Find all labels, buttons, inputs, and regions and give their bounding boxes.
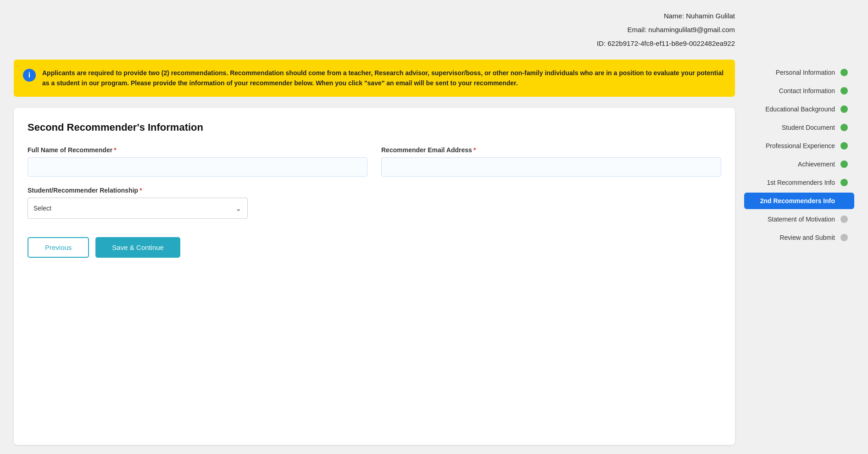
email-group: Recommender Email Address*: [381, 146, 721, 177]
full-name-label: Full Name of Recommender*: [28, 146, 367, 154]
sidebar-item-1st-recommenders[interactable]: 1st Recommenders Info: [744, 174, 854, 191]
sidebar-label-2nd-recommenders: 2nd Recommenders Info: [751, 197, 835, 205]
page-wrapper: Name: Nuhamin Gulilat Email: nuhaminguli…: [0, 0, 868, 454]
sidebar-label-contact-info: Contact Information: [751, 87, 835, 94]
recommender-email-label: Recommender Email Address*: [381, 146, 721, 154]
top-info: Name: Nuhamin Gulilat Email: nuhaminguli…: [14, 9, 735, 50]
sidebar-dot-contact-info: [840, 87, 848, 94]
relationship-group: Student/Recommender Relationship* Select…: [28, 187, 721, 219]
sidebar-item-student-document[interactable]: Student Document: [744, 119, 854, 136]
name-email-row: Full Name of Recommender* Recommender Em…: [28, 146, 721, 177]
sidebar-dot-personal-info: [840, 69, 848, 76]
sidebar-item-review-and-submit[interactable]: Review and Submit: [744, 229, 854, 246]
full-name-group: Full Name of Recommender*: [28, 146, 367, 177]
sidebar-item-personal-info[interactable]: Personal Information: [744, 64, 854, 81]
sidebar-label-1st-recommenders: 1st Recommenders Info: [751, 179, 835, 186]
sidebar-dot-professional-experience: [840, 142, 848, 149]
required-star-rel: *: [139, 187, 142, 194]
sidebar: Personal Information Contact Information…: [744, 9, 854, 445]
relationship-label: Student/Recommender Relationship*: [28, 187, 721, 194]
form-card: Second Recommender's Information Full Na…: [14, 108, 735, 445]
required-star-name: *: [114, 146, 116, 154]
required-star-email: *: [473, 146, 476, 154]
recommender-email-input[interactable]: [381, 157, 721, 177]
save-continue-button[interactable]: Save & Continue: [95, 237, 180, 258]
sidebar-dot-review-and-submit: [840, 234, 848, 241]
select-wrapper: Select Teacher Research Advisor Supervis…: [28, 198, 248, 219]
alert-text: Applicants are required to provide two (…: [42, 68, 726, 89]
full-name-input[interactable]: [28, 157, 367, 177]
sidebar-dot-student-document: [840, 124, 848, 131]
sidebar-dot-statement-of-motivation: [840, 216, 848, 223]
sidebar-item-statement-of-motivation[interactable]: Statement of Motivation: [744, 211, 854, 227]
sidebar-dot-2nd-recommenders: [840, 197, 848, 205]
user-name: Name: Nuhamin Gulilat: [14, 9, 735, 23]
sidebar-label-statement-of-motivation: Statement of Motivation: [751, 216, 835, 223]
form-actions: Previous Save & Continue: [28, 237, 721, 262]
sidebar-item-educational-background[interactable]: Educational Background: [744, 101, 854, 117]
sidebar-dot-educational-background: [840, 105, 848, 113]
sidebar-label-student-document: Student Document: [751, 124, 835, 131]
form-title: Second Recommender's Information: [28, 122, 721, 133]
sidebar-dot-achievement: [840, 161, 848, 168]
sidebar-label-educational-background: Educational Background: [751, 105, 835, 113]
sidebar-label-personal-info: Personal Information: [751, 69, 835, 76]
sidebar-label-review-and-submit: Review and Submit: [751, 234, 835, 241]
sidebar-label-achievement: Achievement: [751, 161, 835, 168]
sidebar-label-professional-experience: Professional Experience: [751, 142, 835, 149]
previous-button[interactable]: Previous: [28, 237, 89, 258]
sidebar-item-contact-info[interactable]: Contact Information: [744, 83, 854, 99]
alert-banner: i Applicants are required to provide two…: [14, 60, 735, 97]
sidebar-item-professional-experience[interactable]: Professional Experience: [744, 138, 854, 154]
main-content: Name: Nuhamin Gulilat Email: nuhaminguli…: [14, 9, 735, 445]
sidebar-item-achievement[interactable]: Achievement: [744, 156, 854, 172]
sidebar-item-2nd-recommenders[interactable]: 2nd Recommenders Info: [744, 193, 854, 209]
user-email: Email: nuhamingulilat9@gmail.com: [14, 23, 735, 37]
user-id: ID: 622b9172-4fc8-ef11-b8e9-0022482ea922: [14, 37, 735, 50]
relationship-select[interactable]: Select Teacher Research Advisor Supervis…: [28, 198, 248, 219]
info-icon: i: [23, 69, 36, 82]
sidebar-dot-1st-recommenders: [840, 179, 848, 186]
